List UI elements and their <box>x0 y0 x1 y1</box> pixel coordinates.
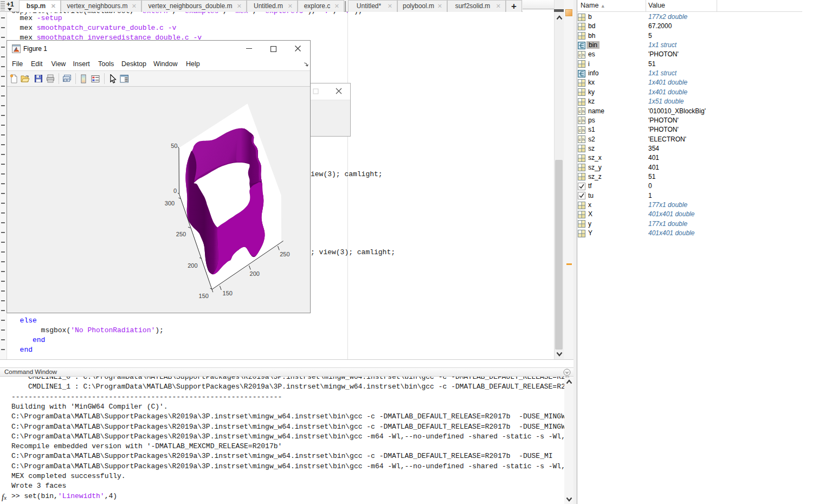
svg-text:c: c <box>579 118 581 123</box>
svg-text:250: 250 <box>176 231 186 237</box>
svg-text:150: 150 <box>223 290 233 296</box>
svg-text:150: 150 <box>199 293 209 299</box>
svg-text:0: 0 <box>173 188 177 194</box>
svg-text:c: c <box>579 137 581 142</box>
svg-text:c: c <box>579 128 581 133</box>
svg-text:h: h <box>582 118 584 123</box>
svg-text:200: 200 <box>188 262 197 269</box>
svg-text:50: 50 <box>171 143 177 149</box>
svg-text:200: 200 <box>250 270 260 277</box>
svg-text:h: h <box>582 128 584 133</box>
svg-text:300: 300 <box>165 200 175 206</box>
svg-text:h: h <box>582 53 584 57</box>
svg-text:c: c <box>579 53 581 57</box>
svg-text:250: 250 <box>280 251 289 257</box>
svg-text:c: c <box>579 109 581 114</box>
svg-text:h: h <box>582 137 584 142</box>
svg-text:h: h <box>582 109 584 114</box>
